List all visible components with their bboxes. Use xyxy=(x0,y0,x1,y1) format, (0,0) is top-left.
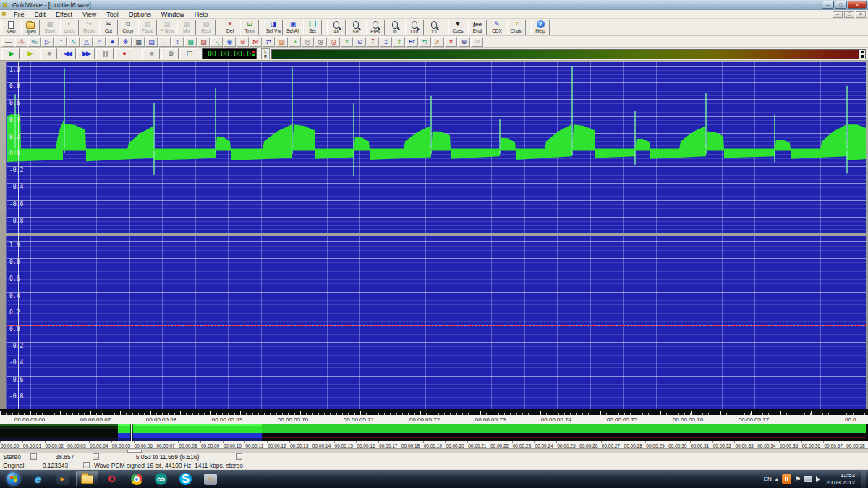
echo-icon[interactable]: ▷ xyxy=(41,37,54,47)
left-channel-view[interactable]: 1.00.80.60.40.20.0-0.2-0.4-0.6-0.8 xyxy=(6,62,866,233)
menu-view[interactable]: View xyxy=(77,10,101,19)
taskbar-explorer[interactable] xyxy=(76,471,98,487)
start-button[interactable] xyxy=(2,471,25,487)
set-selection-icon[interactable]: ❙❙Set xyxy=(303,20,322,35)
taskbar-chrome[interactable] xyxy=(125,471,148,487)
trim-icon[interactable]: ⊡Trim xyxy=(240,20,259,35)
rewind-button[interactable]: ◀◀ xyxy=(59,48,76,59)
new-file-icon[interactable]: New xyxy=(1,20,20,35)
play-selection-button[interactable]: ▶ xyxy=(21,48,38,59)
record-button[interactable]: ● xyxy=(115,48,132,59)
splitter-icon[interactable] xyxy=(30,453,37,460)
language-indicator[interactable]: EN xyxy=(764,476,772,482)
parametric-eq-icon[interactable]: ▤ xyxy=(145,37,158,47)
child-close-button[interactable]: × xyxy=(856,11,866,18)
zoom-out-icon[interactable]: Out xyxy=(405,20,424,35)
chain-icon[interactable]: ?Chain xyxy=(507,20,526,35)
menu-options[interactable]: Options xyxy=(124,10,156,19)
monitor-button[interactable]: ⊚ xyxy=(161,48,179,59)
stack-icon[interactable]: ≡ xyxy=(341,37,353,47)
view-window-button[interactable]: ▢ xyxy=(180,48,197,59)
zoom-selection-icon[interactable]: Sel xyxy=(346,20,365,35)
splitter-icon[interactable] xyxy=(236,453,242,460)
tray-clock[interactable]: 12:53 20.03.2012 xyxy=(826,472,855,486)
channel-swap-icon[interactable]: ⇄ xyxy=(263,37,275,47)
splitter-icon[interactable] xyxy=(93,453,99,460)
resample-icon[interactable]: ◎ xyxy=(302,37,314,47)
overview-view-marker[interactable] xyxy=(131,424,132,441)
fast-forward-button[interactable]: ▶▶ xyxy=(77,48,95,59)
cancel-figure-icon[interactable]: ✕ xyxy=(445,37,457,47)
hidden-icons-button[interactable]: ▴ xyxy=(775,476,778,482)
volume-icon[interactable] xyxy=(816,476,820,482)
shape-volume-icon[interactable]: ▦ xyxy=(132,37,145,47)
zoom-in-icon[interactable]: In xyxy=(386,20,404,35)
taskbar-skype[interactable]: S xyxy=(174,471,197,487)
zoom-all-icon[interactable]: All xyxy=(327,20,346,35)
sphere-icon[interactable]: ⊛ xyxy=(458,37,470,47)
filter-icon[interactable]: ∷ xyxy=(54,37,67,47)
menu-effect[interactable]: Effect xyxy=(51,10,77,19)
taskbar-media-player[interactable]: ▶ xyxy=(51,471,74,487)
open-folder-icon[interactable]: Open xyxy=(21,20,40,35)
menu-help[interactable]: Help xyxy=(190,10,213,19)
time-warp-icon[interactable]: ↕ xyxy=(171,37,184,47)
shuffle-icon[interactable]: ⇆ xyxy=(419,37,431,47)
overview-before-selection[interactable] xyxy=(0,424,118,441)
menu-tool[interactable]: Tool xyxy=(101,10,124,19)
minimize-button[interactable]: – xyxy=(822,1,834,9)
splitter-icon[interactable] xyxy=(83,462,90,468)
marker-icon[interactable]: ⊙ xyxy=(354,37,366,47)
expression-evaluator-icon[interactable]: fooEval xyxy=(468,20,487,35)
mixer-icon[interactable]: ▩ xyxy=(184,37,197,47)
offset-icon[interactable]: ● xyxy=(106,37,119,47)
show-desktop-button[interactable] xyxy=(861,470,866,488)
volume-icon[interactable]: — xyxy=(2,37,14,47)
position-marker[interactable] xyxy=(18,62,19,409)
overview-selection[interactable] xyxy=(118,424,262,441)
interpolate-icon[interactable]: ⋱ xyxy=(210,37,223,47)
cd-extract-icon[interactable]: ✎CDX xyxy=(488,20,506,35)
network-icon[interactable] xyxy=(804,476,812,482)
select-all-icon[interactable]: ▣Sel All xyxy=(284,20,302,35)
copy-icon[interactable]: ⧉Copy xyxy=(119,20,137,35)
menu-edit[interactable]: Edit xyxy=(30,10,51,19)
sprout-icon[interactable]: ⇑ xyxy=(393,37,405,47)
file-overview-strip[interactable] xyxy=(0,424,868,441)
close-button[interactable]: × xyxy=(848,1,867,9)
taskbar-internet-explorer[interactable]: e xyxy=(27,471,49,487)
title-bar[interactable]: ✕ GoldWave - [Untitled6.wav] – □ × xyxy=(0,0,868,10)
pump-up-icon[interactable]: ↥ xyxy=(380,37,392,47)
threshold-icon[interactable]: ⋈ xyxy=(250,37,262,47)
noise-reduction-icon[interactable]: ▨ xyxy=(197,37,210,47)
taskbar-recorder[interactable]: ∞ xyxy=(150,471,172,487)
fade-icon[interactable]: ※ xyxy=(119,37,132,47)
cue-points-icon[interactable]: ▼Cues xyxy=(448,20,467,35)
cut-icon[interactable]: ✂Cut xyxy=(99,20,118,35)
doppler-icon[interactable]: ⁂ xyxy=(15,37,27,47)
right-channel-view[interactable]: 1.00.80.60.40.20.0-0.2-0.4-0.6-0.8 xyxy=(6,236,866,409)
action-center-flag-icon[interactable]: ⚑ xyxy=(795,476,801,483)
mechanize-icon[interactable]: ∩ xyxy=(93,37,106,47)
timer-icon[interactable]: ◷ xyxy=(315,37,327,47)
maximize-button[interactable]: □ xyxy=(835,1,847,9)
flanger-icon[interactable]: ∿ xyxy=(67,37,80,47)
frequency-icon[interactable]: Hz xyxy=(406,37,418,47)
child-minimize-button[interactable]: – xyxy=(833,11,843,18)
overview-after-selection[interactable] xyxy=(262,424,866,441)
delete-icon[interactable]: ✕Del xyxy=(221,20,239,35)
playback-rate-icon[interactable]: ◔ xyxy=(289,37,301,47)
zoom-one-to-one-icon[interactable]: 1:1 xyxy=(425,20,443,35)
help-icon[interactable]: ?Help xyxy=(531,20,550,35)
menu-window[interactable]: Window xyxy=(156,10,190,19)
silence-icon[interactable]: ⊘ xyxy=(237,37,249,47)
menu-file[interactable]: File xyxy=(9,10,30,19)
reverse-icon[interactable]: ← xyxy=(158,37,171,47)
pitch-icon[interactable]: △ xyxy=(80,37,93,47)
smoother-icon[interactable]: ◉ xyxy=(224,37,236,47)
taskbar-opera[interactable]: O xyxy=(101,471,123,487)
pump-down-icon[interactable]: ↧ xyxy=(367,37,379,47)
play-button[interactable]: ▶ xyxy=(2,48,20,59)
music-icon[interactable]: ♬ xyxy=(432,37,444,47)
equalizer-icon[interactable]: ▥ xyxy=(276,37,288,47)
